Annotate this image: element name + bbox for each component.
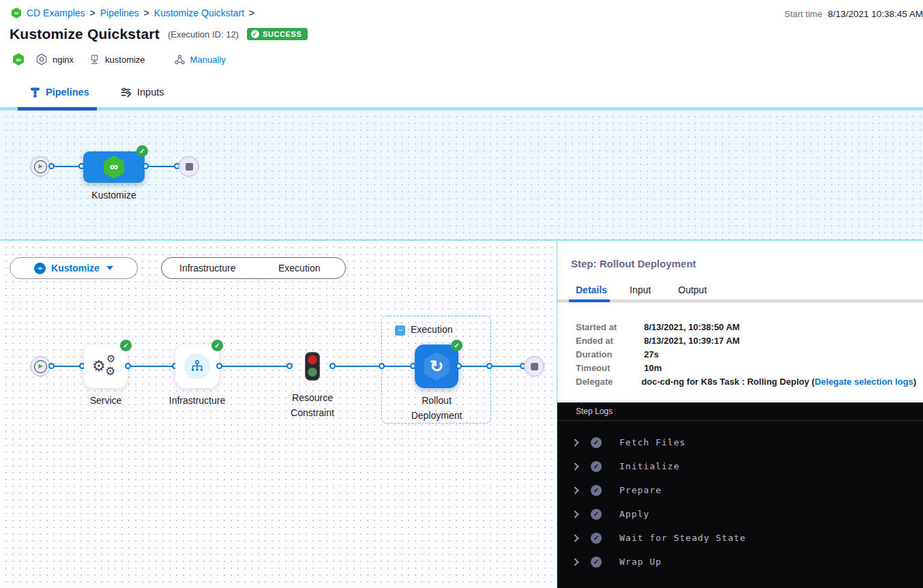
log-step-label: Fetch Files	[619, 437, 686, 447]
step-node-infrastructure[interactable]: ✓	[175, 344, 219, 388]
infrastructure-icon	[184, 353, 210, 379]
detail-label: Delegate	[576, 377, 641, 387]
toggle-infrastructure[interactable]: Infrastructure	[162, 263, 254, 274]
title-row: Kustomize Quickstart (Execution ID: 12) …	[10, 26, 308, 42]
detail-value: 8/13/2021, 10:39:17 AM	[644, 336, 739, 346]
detail-row: Ended at 8/13/2021, 10:39:17 AM	[576, 334, 916, 347]
detail-value: 10m	[644, 363, 662, 373]
detail-row: Started at 8/13/2021, 10:38:50 AM	[576, 320, 916, 334]
chevron-right-icon[interactable]	[571, 439, 578, 446]
breadcrumb-pipelines[interactable]: Pipelines	[100, 8, 139, 18]
connector-dot	[48, 363, 55, 369]
tab-details[interactable]: Details	[576, 284, 607, 295]
stop-icon	[531, 363, 538, 370]
environment-icon	[89, 54, 100, 65]
play-icon: ▶	[34, 160, 47, 173]
step-node-rollout-deployment[interactable]: ↻ ✓	[415, 344, 458, 388]
collapse-minus-icon[interactable]: −	[395, 325, 405, 336]
log-success-check-icon: ✓	[591, 461, 602, 472]
status-badge-label: SUCCESS	[263, 30, 302, 38]
start-time-label: Start time	[785, 9, 823, 19]
step-node-label: Rollout Deployment	[404, 393, 469, 423]
step-logs-title: Step Logs	[557, 402, 923, 421]
step-logs-list: ✓ Fetch Files ✓ Initialize ✓ Prepare ✓ A…	[557, 421, 923, 574]
log-success-check-icon: ✓	[591, 437, 602, 448]
delegate-selection-logs-link[interactable]: Delegate selection logs	[815, 377, 913, 387]
connector-line	[491, 366, 523, 367]
detail-value: doc-cd-ng for K8s Task : Rolling Deploy …	[641, 377, 916, 387]
detail-value: 8/13/2021, 10:38:50 AM	[644, 322, 739, 332]
chevron-right-icon[interactable]	[571, 462, 578, 470]
stage-start-node[interactable]: ▶	[30, 356, 50, 377]
execution-id: (Execution ID: 12)	[168, 29, 239, 40]
stage-node-kustomize[interactable]: ∞ ✓	[83, 151, 145, 183]
log-step-row[interactable]: ✓ Wait for Steady State	[557, 526, 923, 550]
service-hexagon-icon	[35, 53, 48, 65]
page-header: ∞ CD Examples > Pipelines > Kustomize Qu…	[0, 0, 923, 77]
log-step-row[interactable]: ✓ Fetch Files	[557, 430, 923, 454]
chevron-right-icon[interactable]	[571, 558, 578, 565]
stage-selector[interactable]: ∞ Kustomize	[10, 257, 138, 279]
pipeline-start-node[interactable]: ▶	[30, 156, 50, 177]
play-icon: ▶	[34, 360, 47, 373]
panel-tab-underline	[557, 299, 923, 302]
chevron-right-icon[interactable]	[571, 486, 578, 494]
success-check-icon: ✓	[451, 340, 463, 351]
execution-group-label: Execution	[411, 324, 452, 335]
stage-tag: kustomize	[105, 55, 145, 65]
log-step-label: Apply	[619, 509, 649, 519]
breadcrumb-kustomize-quickstart[interactable]: Kustomize Quickstart	[154, 8, 244, 18]
inputs-icon	[120, 87, 132, 98]
log-step-row[interactable]: ✓ Wrap Up	[557, 550, 923, 574]
chevron-down-icon	[106, 266, 113, 270]
status-check-icon: ✓	[251, 30, 259, 38]
step-node-label: Service	[75, 393, 136, 408]
connector-dot	[287, 363, 293, 369]
tags-row: ∞ nginx kustomize Manually	[12, 53, 226, 65]
panel-tab-underline-active	[569, 299, 610, 302]
tab-pipelines[interactable]: Pipelines	[30, 77, 89, 107]
step-node-resource-constraint[interactable]	[305, 352, 320, 383]
connector-dot	[216, 363, 222, 369]
tab-output[interactable]: Output	[678, 284, 707, 295]
stage-end-node[interactable]	[524, 356, 544, 377]
detail-label: Started at	[576, 322, 644, 332]
chevron-right-icon[interactable]	[571, 510, 578, 518]
harness-stage-icon: ∞	[34, 263, 46, 274]
stop-icon	[186, 163, 193, 171]
chevron-right-icon[interactable]	[571, 534, 578, 542]
log-step-label: Wrap Up	[619, 557, 662, 567]
detail-value: 27s	[644, 349, 659, 359]
gears-icon: ⚙ ⚙ ⚙	[92, 353, 119, 379]
log-step-row[interactable]: ✓ Prepare	[557, 478, 923, 502]
tab-inputs[interactable]: Inputs	[120, 77, 164, 107]
log-step-row[interactable]: ✓ Initialize	[557, 454, 923, 478]
breadcrumb: ∞ CD Examples > Pipelines > Kustomize Qu…	[11, 8, 254, 18]
log-step-label: Wait for Steady State	[619, 533, 746, 543]
pipeline-end-node[interactable]	[179, 156, 199, 177]
log-step-label: Initialize	[619, 461, 679, 471]
log-success-check-icon: ✓	[591, 485, 602, 496]
tab-pipelines-label: Pipelines	[46, 87, 89, 98]
view-toggle: Infrastructure Execution	[161, 257, 346, 279]
tab-input[interactable]: Input	[630, 284, 651, 295]
log-step-row[interactable]: ✓ Apply	[557, 502, 923, 526]
breadcrumb-separator: >	[90, 8, 96, 18]
step-node-service[interactable]: ⚙ ⚙ ⚙ ✓	[84, 344, 128, 388]
connector-line	[334, 366, 414, 367]
connector-line	[220, 366, 290, 367]
step-logs-panel: Step Logs ✓ Fetch Files ✓ Initialize ✓ P…	[557, 402, 923, 588]
harness-logo-icon: ∞	[102, 156, 126, 179]
log-success-check-icon: ✓	[591, 533, 602, 544]
detail-label: Timeout	[576, 363, 644, 373]
pipelines-icon	[30, 87, 40, 98]
success-check-icon: ✓	[136, 145, 148, 157]
breadcrumb-separator: >	[144, 8, 149, 18]
trigger-tag[interactable]: Manually	[190, 55, 226, 65]
toggle-execution[interactable]: Execution	[254, 263, 346, 274]
detail-row-delegate: Delegate doc-cd-ng for K8s Task : Rollin…	[576, 374, 916, 388]
connector-dot	[143, 163, 149, 169]
breadcrumb-cd-examples[interactable]: CD Examples	[27, 8, 85, 18]
start-time-value: 8/13/2021 10:38:45 AM	[827, 9, 923, 19]
detail-row: Duration 27s	[576, 347, 916, 361]
